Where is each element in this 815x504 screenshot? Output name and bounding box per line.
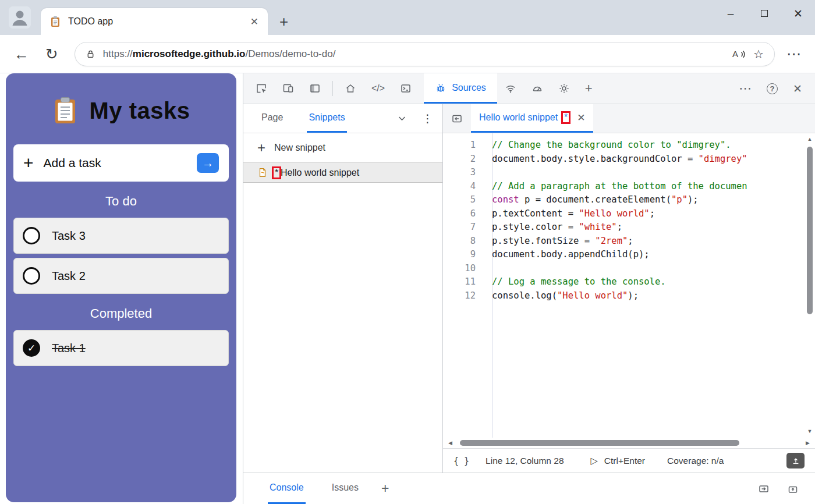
- code-line[interactable]: 2document.body.style.backgroundColor = "…: [443, 152, 805, 166]
- task-row[interactable]: Task 3: [13, 218, 229, 254]
- dock-drawer-icon[interactable]: [758, 483, 770, 495]
- line-number[interactable]: 7: [443, 221, 484, 235]
- hide-navigator-icon[interactable]: [443, 104, 471, 133]
- task-checkbox-checked[interactable]: ✓: [23, 339, 40, 357]
- help-icon[interactable]: ?: [759, 73, 785, 104]
- more-tools-plus-icon[interactable]: +: [577, 73, 600, 104]
- browser-tab[interactable]: TODO app ✕: [41, 8, 268, 35]
- vertical-scrollbar[interactable]: ▲ ▼: [805, 133, 815, 438]
- code-line[interactable]: 4// Add a paragraph at the bottom of the…: [443, 180, 805, 194]
- browser-menu-icon[interactable]: ⋯: [786, 47, 801, 61]
- task-row[interactable]: Task 2: [13, 258, 229, 294]
- scroll-down-icon[interactable]: ▼: [807, 429, 813, 434]
- code-line[interactable]: 8p.style.fontSize = "2rem";: [443, 235, 805, 249]
- new-snippet-button[interactable]: + New snippet: [243, 133, 442, 162]
- code-line[interactable]: 11// Log a message to the console.: [443, 275, 805, 289]
- vertical-scroll-track[interactable]: [805, 142, 815, 429]
- back-button[interactable]: ←: [14, 47, 29, 62]
- run-snippet-icon[interactable]: ▷: [591, 455, 598, 466]
- close-tab-icon[interactable]: ✕: [577, 112, 585, 124]
- snippet-list-item[interactable]: * Hello world snippet: [243, 162, 442, 183]
- profile-avatar[interactable]: [9, 6, 31, 29]
- unsaved-asterisk: *: [564, 113, 568, 122]
- horizontal-scroll-track[interactable]: [456, 438, 802, 448]
- task-row[interactable]: ✓ Task 1: [13, 330, 229, 366]
- plus-icon: +: [23, 154, 34, 172]
- line-number[interactable]: 1: [443, 139, 484, 152]
- devtools-drawer: Console Issues +: [243, 473, 815, 504]
- dock-side-icon[interactable]: [302, 73, 328, 104]
- tab-snippets[interactable]: Snippets: [307, 104, 346, 133]
- add-task-card[interactable]: + Add a task →: [13, 144, 229, 182]
- more-tabs-chevron-icon[interactable]: [398, 104, 406, 133]
- maximize-button[interactable]: [747, 0, 781, 27]
- submit-task-button[interactable]: →: [197, 153, 219, 173]
- line-number[interactable]: 10: [443, 262, 484, 276]
- scroll-up-icon[interactable]: ▲: [807, 137, 813, 142]
- pretty-print-icon[interactable]: { }: [453, 456, 469, 466]
- close-devtools-icon[interactable]: ✕: [785, 73, 815, 104]
- welcome-home-icon[interactable]: [337, 73, 364, 104]
- code-line[interactable]: 9document.body.appendChild(p);: [443, 248, 805, 262]
- horizontal-scrollbar[interactable]: ◀ ▶: [443, 438, 815, 448]
- navigator-menu-icon[interactable]: ⋮: [422, 104, 433, 133]
- line-number[interactable]: 9: [443, 248, 484, 262]
- tab-console[interactable]: Console: [268, 473, 306, 504]
- vertical-scroll-thumb[interactable]: [807, 147, 813, 314]
- toolbar-spacer: [600, 73, 731, 104]
- inspect-element-icon[interactable]: [248, 73, 275, 104]
- settings-gear-icon[interactable]: [551, 73, 577, 104]
- scroll-right-icon[interactable]: ▶: [806, 441, 810, 446]
- line-number[interactable]: 3: [443, 166, 484, 180]
- customize-devtools-icon[interactable]: ⋯: [731, 73, 759, 104]
- tab-page[interactable]: Page: [260, 104, 285, 133]
- scroll-left-icon[interactable]: ◀: [448, 441, 452, 446]
- page-content: My tasks + Add a task → To do Task 3 Tas…: [0, 73, 243, 504]
- code-line[interactable]: 7p.style.color = "white";: [443, 221, 805, 235]
- more-drawer-tools-icon[interactable]: +: [381, 473, 389, 504]
- code-line[interactable]: 12console.log("Hello world");: [443, 289, 805, 303]
- minimize-button[interactable]: –: [714, 0, 747, 27]
- url-host: microsoftedge.github.io: [133, 48, 246, 59]
- maximize-icon: [761, 10, 768, 17]
- tab-sources[interactable]: Sources: [424, 73, 497, 104]
- code-line[interactable]: 1// Change the background color to "dimg…: [443, 139, 805, 152]
- code-line[interactable]: 3: [443, 166, 805, 180]
- cursor-position: Line 12, Column 28: [486, 456, 564, 466]
- line-number[interactable]: 12: [443, 289, 484, 303]
- line-number[interactable]: 11: [443, 275, 484, 289]
- code-line[interactable]: 6p.textContent = "Hello world";: [443, 207, 805, 221]
- task-checkbox[interactable]: [23, 267, 40, 285]
- device-emulation-icon[interactable]: [275, 73, 302, 104]
- close-window-button[interactable]: ✕: [781, 0, 815, 27]
- line-number[interactable]: 5: [443, 193, 484, 207]
- line-number[interactable]: 8: [443, 235, 484, 249]
- console-panel-icon[interactable]: [392, 73, 419, 104]
- line-number[interactable]: 6: [443, 207, 484, 221]
- tab-close-icon[interactable]: ✕: [250, 16, 258, 28]
- code-editor[interactable]: 1// Change the background color to "dimg…: [443, 133, 805, 438]
- elements-panel-icon[interactable]: </>: [364, 73, 392, 104]
- favorites-star-icon[interactable]: ☆: [753, 47, 764, 61]
- code-line[interactable]: 5const p = document.createElement("p");: [443, 193, 805, 207]
- address-bar[interactable]: https://microsoftedge.github.io/Demos/de…: [75, 42, 775, 66]
- save-overrides-button[interactable]: [786, 453, 805, 468]
- page-favicon-icon: [50, 16, 61, 27]
- editor-tab[interactable]: Hello world snippet * ✕: [471, 104, 593, 133]
- new-tab-button[interactable]: +: [279, 14, 288, 29]
- expand-drawer-icon[interactable]: [787, 483, 799, 495]
- site-permissions-icon[interactable]: [86, 49, 95, 59]
- refresh-button[interactable]: ↻: [45, 47, 58, 62]
- code-line[interactable]: 10: [443, 262, 805, 276]
- todo-header: My tasks: [13, 97, 229, 125]
- read-aloud-icon[interactable]: A: [732, 48, 746, 60]
- network-conditions-icon[interactable]: [497, 73, 524, 104]
- performance-icon[interactable]: [524, 73, 551, 104]
- line-number[interactable]: 4: [443, 180, 484, 194]
- task-label: Task 1: [52, 342, 86, 355]
- task-checkbox[interactable]: [23, 227, 40, 244]
- code-text: console.log("Hello world");: [484, 289, 639, 303]
- line-number[interactable]: 2: [443, 152, 484, 166]
- tab-issues[interactable]: Issues: [330, 473, 360, 504]
- horizontal-scroll-thumb[interactable]: [460, 440, 739, 446]
